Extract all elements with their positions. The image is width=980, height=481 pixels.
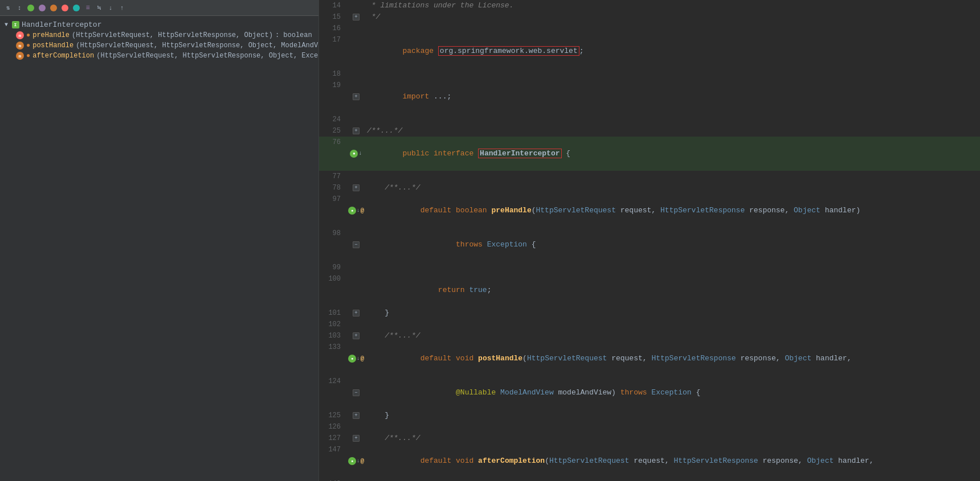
method-return-prehandle: : boolean <box>275 31 312 39</box>
line-num-126: 126 <box>319 421 348 433</box>
gutter-circle-97[interactable]: ● <box>348 207 356 215</box>
gutter-100 <box>348 273 365 307</box>
line-num-16: 16 <box>319 23 348 34</box>
gutter-17 <box>348 34 365 68</box>
line-content-19: import ...; <box>365 80 980 114</box>
line-content-100: return true; <box>365 273 980 307</box>
line-content-124: @Nullable ModelAndView modelAndView) thr… <box>365 376 980 410</box>
gutter-102 <box>348 319 365 330</box>
fold-btn-124[interactable]: − <box>353 389 360 396</box>
toolbar: ⇅ ↕ ≡ ≒ ↓ ↑ <box>0 0 318 16</box>
line-content-101: } <box>365 307 980 319</box>
expand-icon[interactable]: ≒ <box>95 3 104 13</box>
code-line-15: 15 + */ <box>319 11 980 23</box>
gutter-down-133: ↓ <box>357 353 360 364</box>
sort-num-icon[interactable]: ↕ <box>15 3 24 13</box>
code-line-77: 77 <box>319 171 980 182</box>
gutter-103: + <box>348 330 365 342</box>
tree-root-item[interactable]: ▼ I HandlerInterceptor <box>0 19 318 30</box>
fold-btn-98[interactable]: − <box>353 241 360 248</box>
code-line-18: 18 <box>319 68 980 80</box>
fold-btn-101[interactable]: + <box>353 310 360 316</box>
gutter-126 <box>348 421 365 433</box>
fold-btn-25[interactable]: + <box>353 128 360 134</box>
tree-arrow-icon: ▼ <box>5 22 8 28</box>
red-dot-icon[interactable] <box>60 3 70 13</box>
code-line-78: 78 + /**...*/ <box>319 182 980 194</box>
gutter-circle-147[interactable]: ● <box>348 457 356 465</box>
line-num-19: 19 <box>319 80 348 114</box>
gutter-19: + <box>348 80 365 114</box>
gutter-78: + <box>348 182 365 194</box>
code-line-16: 16 <box>319 23 980 34</box>
fold-btn-127[interactable]: + <box>353 435 360 442</box>
fold-btn-103[interactable]: + <box>353 332 360 339</box>
gutter-circle-76[interactable]: ● <box>350 150 358 158</box>
cyan-icon[interactable] <box>72 3 81 13</box>
line-num-102: 102 <box>319 319 348 330</box>
tree-item-posthandle[interactable]: m ● postHandle (HttpServletRequest, Http… <box>11 40 318 51</box>
line-content-147: default void afterCompletion(HttpServlet… <box>365 444 980 478</box>
code-line-99: 99 <box>319 262 980 273</box>
gutter-101: + <box>348 307 365 319</box>
line-num-147: 147 <box>319 444 348 478</box>
gutter-98: − <box>348 228 365 262</box>
line-content-148: @Nullable Exception ex) throws Exception… <box>365 478 980 481</box>
gutter-14 <box>348 0 365 11</box>
gutter-16 <box>348 23 365 34</box>
line-content-18 <box>365 68 980 80</box>
line-content-17: package org.springframework.web.servlet; <box>365 34 980 68</box>
line-content-24 <box>365 114 980 125</box>
green-dot-icon[interactable] <box>26 3 35 13</box>
gutter-77 <box>348 171 365 182</box>
gutter-circle-133[interactable]: ● <box>348 355 356 363</box>
gutter-99 <box>348 262 365 273</box>
line-num-99: 99 <box>319 262 348 273</box>
code-line-126: 126 <box>319 421 980 433</box>
code-line-124: 124 − @Nullable ModelAndView modelAndVie… <box>319 376 980 410</box>
gutter-15: + <box>348 11 365 23</box>
orange-square-icon[interactable] <box>49 3 58 13</box>
gutter-down-76: ↓ <box>358 148 362 159</box>
tree-item-aftercompletion[interactable]: m ● afterCompletion (HttpServletRequest,… <box>11 51 318 61</box>
line-num-148: 148 <box>319 478 348 481</box>
code-area[interactable]: 14 * limitations under the License. 15 +… <box>319 0 980 481</box>
up-icon[interactable]: ↑ <box>117 3 126 13</box>
code-line-100: 100 return true; <box>319 273 980 307</box>
gutter-124: − <box>348 376 365 410</box>
fold-btn-19[interactable]: + <box>353 93 360 100</box>
structure-icon[interactable]: ≡ <box>83 3 92 13</box>
badge-label-posthandle: ● <box>26 42 30 50</box>
tree-item-prehandle[interactable]: m ● preHandle (HttpServletRequest, HttpS… <box>11 30 318 40</box>
code-line-101: 101 + } <box>319 307 980 319</box>
gutter-down-97: ↓ <box>357 205 360 216</box>
line-content-103: /**...*/ <box>365 330 980 342</box>
code-line-76: 76 ● ↓ public interface HandlerIntercept… <box>319 137 980 171</box>
line-content-127: /**...*/ <box>365 433 980 444</box>
purple-dot-icon[interactable] <box>38 3 47 13</box>
line-content-16 <box>365 23 980 34</box>
code-line-17: 17 package org.springframework.web.servl… <box>319 34 980 68</box>
line-content-99 <box>365 262 980 273</box>
code-line-133: 133 ● ↓ @ default void postHandle(HttpSe… <box>319 342 980 376</box>
line-num-77: 77 <box>319 171 348 182</box>
code-line-25: 25 + /**...*/ <box>319 125 980 137</box>
line-num-98: 98 <box>319 228 348 262</box>
fold-btn-78[interactable]: + <box>353 184 360 191</box>
gutter-at-97: @ <box>360 205 364 216</box>
sort-icon[interactable]: ⇅ <box>3 3 13 13</box>
gutter-147: ● ↓ @ <box>348 444 365 478</box>
gutter-127: + <box>348 433 365 444</box>
line-num-15: 15 <box>319 11 348 23</box>
gutter-25: + <box>348 125 365 137</box>
down-icon[interactable]: ↓ <box>106 3 115 13</box>
line-num-100: 100 <box>319 273 348 307</box>
line-num-133: 133 <box>319 342 348 376</box>
line-num-127: 127 <box>319 433 348 444</box>
gutter-18 <box>348 68 365 80</box>
gutter-down-147: ↓ <box>357 455 360 467</box>
code-line-148: 148 − @Nullable Exception ex) throws Exc… <box>319 478 980 481</box>
code-line-14: 14 * limitations under the License. <box>319 0 980 11</box>
fold-btn-15[interactable]: + <box>353 14 360 20</box>
fold-btn-125[interactable]: + <box>353 412 360 419</box>
